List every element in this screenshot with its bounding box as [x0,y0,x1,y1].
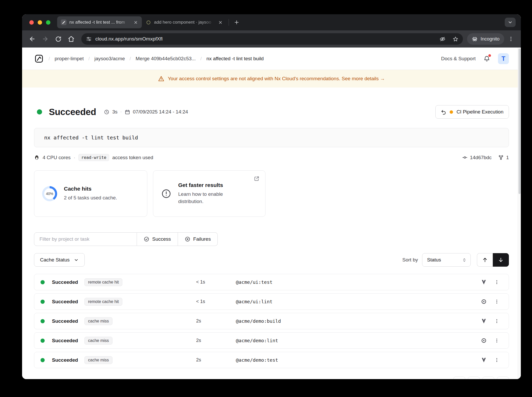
run-details-row: 4 CPU cores · read-write access token us… [34,154,509,161]
cache-status-badge: cache miss [84,337,112,345]
get-faster-results-card[interactable]: Get faster results Learn how to enable d… [153,170,265,217]
minimize-window-button[interactable] [38,20,42,25]
breadcrumb-workspace[interactable]: proper-limpet [55,56,84,62]
sort-direction-group [477,253,509,267]
page: / proper-limpet / jaysoo3/acme / Merge 4… [22,48,521,379]
browser-menu-icon[interactable] [505,33,517,45]
task-status: Succeeded [52,338,84,344]
breadcrumb-repo[interactable]: jaysoo3/acme [95,56,125,62]
access-token-suffix: access token used [112,155,153,160]
breadcrumb-separator: / [130,56,131,62]
incognito-icon [472,36,478,42]
task-name: @acme/ui:test [236,279,476,285]
external-link-icon[interactable] [254,176,260,181]
status-dot [41,339,45,343]
task-menu-icon[interactable] [494,318,500,324]
calendar-icon [125,109,130,115]
github-pr-favicon [145,19,151,25]
chevrons-up-down-icon [462,258,467,263]
run-command: nx affected -t lint test build [44,134,138,141]
avatar[interactable]: T [498,53,509,64]
tab-bar: nx affected -t lint test ... from add he… [22,14,521,30]
banner-text[interactable]: Your access control settings are not ali… [168,76,385,82]
cache-status-dropdown[interactable]: Cache Status [34,253,85,267]
task-list: Succeeded remote cache hit < 1s @acme/ui… [34,274,509,368]
task-status: Succeeded [52,279,84,285]
task-row[interactable]: Succeeded cache miss 2s @acme/demo:lint [34,332,509,349]
home-icon[interactable] [65,33,77,45]
success-filter-label: Success [152,236,171,242]
tab-pull-request[interactable]: add hero component · jaysoo [142,16,227,28]
failures-filter-button[interactable]: Failures [178,232,218,246]
task-menu-icon[interactable] [494,338,500,343]
eslint-icon [481,299,487,305]
close-tab-icon[interactable] [217,19,223,25]
cache-status-label: Cache Status [40,257,70,263]
docs-support-link[interactable]: Docs & Support [441,56,476,62]
task-row[interactable]: Succeeded cache miss 2s @acme/demo:build [34,313,509,329]
task-menu-icon[interactable] [494,299,500,304]
vitest-icon [481,357,487,363]
list-controls-row: Cache Status Sort by Status [34,253,509,267]
run-meta: 3s · 07/09/2025 14:24 - 14:24 [104,109,188,115]
task-name: @acme/demo:test [236,357,476,363]
pipeline-status-dot [450,110,453,114]
sort-by-label: Sort by [402,257,418,263]
branch-count: 1 [506,155,509,160]
scrollbar-thumb[interactable] [518,49,521,194]
tab-search-chevron-button[interactable] [505,18,516,27]
cache-progress-donut: 40% [42,186,57,201]
tab-nx-run[interactable]: nx affected -t lint test ... from [57,16,142,28]
filter-input[interactable] [34,232,137,246]
task-duration: < 1s [196,279,236,285]
undo-arrow-icon [441,109,446,115]
faster-card-subtitle: Learn how to enable distribution. [178,191,231,205]
eye-off-icon[interactable] [438,34,447,44]
window-controls [29,20,50,25]
success-filter-button[interactable]: Success [137,232,178,246]
vitest-icon [481,318,487,324]
breadcrumb-separator: / [88,56,90,62]
task-menu-icon[interactable] [494,279,500,285]
reload-icon[interactable] [52,33,64,45]
task-duration: 2s [196,318,236,324]
pipeline-button-label: CI Pipeline Execution [456,109,503,115]
new-tab-button[interactable] [232,18,241,27]
run-status-title: Succeeded [49,107,96,117]
pagination-button[interactable] [482,376,494,379]
task-row[interactable]: Succeeded cache miss 2s @acme/demo:test [34,352,509,368]
sort-ascending-button[interactable] [477,253,493,267]
back-icon[interactable] [26,33,38,45]
notifications-bell-icon[interactable] [483,55,491,63]
commit-group[interactable]: 14d67bdc [462,155,491,160]
failures-filter-label: Failures [193,236,211,242]
close-window-button[interactable] [29,20,34,25]
pagination-button[interactable] [497,376,509,379]
breadcrumb-run[interactable]: nx affected -t lint test build [207,56,264,62]
task-status: Succeeded [52,318,84,324]
task-row[interactable]: Succeeded remote cache hit < 1s @acme/ui… [34,274,509,290]
cache-card-subtitle: 2 of 5 tasks used cache. [64,194,117,201]
bookmark-star-icon[interactable] [451,34,460,44]
sort-descending-button[interactable] [493,253,509,267]
url-bar[interactable]: cloud.nx.app/runs/smOmxpfXfl [81,33,463,45]
zoom-window-button[interactable] [46,20,50,25]
task-menu-icon[interactable] [494,357,500,363]
task-status: Succeeded [52,357,84,363]
site-settings-icon[interactable] [86,36,92,42]
pagination-button[interactable] [453,376,465,379]
task-row[interactable]: Succeeded remote cache hit < 1s @acme/ui… [34,293,509,310]
nx-cloud-logo-icon[interactable] [34,54,44,64]
pagination-button[interactable] [468,376,480,379]
close-tab-icon[interactable] [132,19,139,25]
branch-group[interactable]: 1 [498,155,509,160]
sort-field-select[interactable]: Status [422,253,471,267]
tab-title: nx affected -t lint test ... from [69,20,130,25]
breadcrumb-cipe[interactable]: Merge 409b44e5cb02c53... [136,56,196,62]
run-datetime: 07/09/2025 14:24 - 14:24 [133,109,188,115]
forward-icon[interactable] [39,33,51,45]
incognito-badge: Incognito [467,33,504,45]
dot-separator: · [120,110,122,114]
ci-pipeline-execution-button[interactable]: CI Pipeline Execution [435,105,509,119]
scrollbar-track[interactable] [518,48,521,379]
